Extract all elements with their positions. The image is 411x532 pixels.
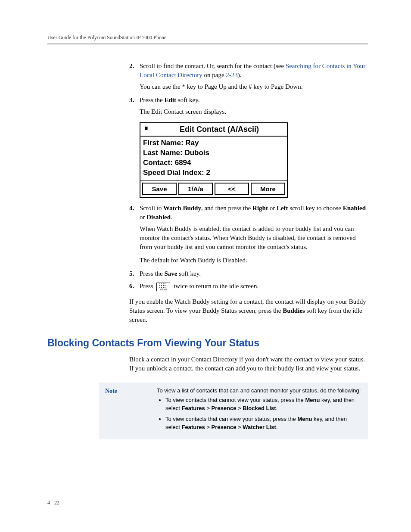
body-column: 2. Scroll to find the contact. Or, searc…	[129, 62, 368, 324]
text: or	[268, 205, 277, 212]
bold: Right	[252, 205, 268, 212]
softkey-name: Edit	[165, 96, 177, 103]
text: on page	[202, 72, 226, 78]
screenshot-title: Edit Contact (A/Ascii)	[153, 124, 285, 135]
softkey-save[interactable]: Save	[142, 183, 177, 195]
note-body: To view a list of contacts that can and …	[157, 387, 362, 434]
step-4-default: The default for Watch Buddy is Disabled.	[140, 256, 368, 265]
text: .	[171, 214, 172, 221]
screenshot-titlebar: Edit Contact (A/Ascii)	[140, 123, 287, 137]
field-last-name: Last Name Dubois	[143, 148, 284, 158]
step-number: 2.	[129, 62, 140, 80]
running-header: User Guide for the Polycom SoundStation …	[47, 34, 368, 41]
text: soft key.	[176, 96, 199, 103]
screenshot-softkeys: Save 1/A/a << More	[140, 180, 287, 197]
step-text: Scroll to find the contact. Or, search f…	[140, 62, 368, 80]
text: Scroll to	[140, 205, 163, 212]
text: Press the	[140, 270, 165, 277]
text: Scroll to find the contact. Or, search f…	[140, 62, 286, 69]
step-6: 6. Press MENU twice to return to the idl…	[129, 282, 368, 291]
page: User Guide for the Polycom SoundStation …	[0, 0, 411, 532]
step-text: Press the Save soft key.	[140, 269, 368, 278]
text: To view contacts that cannot view your s…	[165, 397, 305, 403]
text: To view contacts that can view your stat…	[165, 416, 297, 422]
step-text: Press MENU twice to return to the idle s…	[140, 282, 368, 291]
field-value: 6894	[175, 159, 191, 167]
note-block: Note To view a list of contacts that can…	[99, 383, 368, 439]
field-first-name: First Name Ray	[143, 138, 284, 148]
softkey-inputmode[interactable]: 1/A/a	[178, 183, 213, 195]
step-text: Press the Edit soft key.	[140, 96, 368, 105]
section-heading-blocking: Blocking Contacts From Viewing Your Stat…	[47, 337, 368, 349]
field-value: Dubois	[184, 149, 209, 157]
step-5: 5. Press the Save soft key.	[129, 269, 368, 278]
step-3-result: The Edit Contact screen displays.	[140, 107, 368, 116]
field-label: Contact	[143, 159, 173, 167]
note-label: Note	[105, 387, 157, 434]
text: >	[236, 405, 243, 411]
field-label: Last Name	[143, 149, 183, 157]
bold: Disabled	[146, 214, 171, 221]
step-4-explain: When Watch Buddy is enabled, the contact…	[140, 224, 368, 252]
text: , and then press the	[201, 205, 252, 212]
note-bullets: To view contacts that cannot view your s…	[157, 396, 362, 431]
softkey-back[interactable]: <<	[215, 183, 249, 195]
bold: Blocked List	[243, 405, 276, 411]
text: or	[140, 214, 146, 221]
field-contact: Contact 6894	[143, 158, 284, 168]
softkey-name: Buddies	[283, 307, 305, 314]
bold: Left	[277, 205, 288, 212]
page-number: 4 - 22	[47, 500, 59, 506]
text: Press the	[140, 96, 165, 103]
bold: Watcher List	[243, 424, 276, 430]
step-2-note: You can use the * key to Page Up and the…	[140, 82, 368, 91]
bold: Presence	[212, 424, 237, 430]
step-number: 6.	[129, 282, 140, 291]
bold: Enabled	[343, 205, 366, 212]
text: .	[276, 405, 278, 411]
phone-screenshot: Edit Contact (A/Ascii) First Name Ray La…	[140, 122, 288, 198]
softkey-more[interactable]: More	[251, 183, 285, 195]
xref-page-2-23[interactable]: 2-23	[226, 72, 238, 78]
note-bullet-1: To view contacts that cannot view your s…	[165, 396, 362, 413]
step-2: 2. Scroll to find the contact. Or, searc…	[129, 62, 368, 80]
text: >	[205, 424, 212, 430]
field-label: First Name	[143, 139, 184, 147]
bold: Features	[182, 424, 205, 430]
field-value: Ray	[185, 139, 199, 147]
bold: Menu	[305, 397, 320, 403]
field-speed-dial: Speed Dial Index 2	[143, 168, 284, 178]
text: scroll key to choose	[288, 205, 343, 212]
text: >	[236, 424, 243, 430]
bold: Menu	[297, 416, 312, 422]
closing-paragraph: If you enable the Watch Buddy setting fo…	[129, 297, 368, 324]
bold: Features	[182, 405, 205, 411]
bold: Presence	[212, 405, 237, 411]
text: .	[276, 424, 278, 430]
field-value: 2	[206, 168, 210, 177]
note-lead: To view a list of contacts that can and …	[157, 387, 362, 395]
step-3: 3. Press the Edit soft key.	[129, 96, 368, 105]
text: Press	[140, 283, 155, 289]
field-label: Speed Dial Index	[143, 168, 204, 177]
step-text: Scroll to Watch Buddy, and then press th…	[140, 204, 368, 222]
step-number: 5.	[129, 269, 140, 278]
phone-icon	[142, 125, 152, 134]
text: ).	[238, 72, 242, 78]
text: >	[205, 405, 212, 411]
section-intro: Block a contact in your Contact Director…	[129, 355, 368, 373]
screenshot-fields: First Name Ray Last Name Dubois Contact …	[140, 137, 287, 180]
menu-key-icon: MENU	[156, 283, 170, 291]
step-4: 4. Scroll to Watch Buddy, and then press…	[129, 204, 368, 222]
bold: Watch Buddy	[163, 205, 201, 212]
note-bullet-2: To view contacts that can view your stat…	[165, 415, 362, 432]
text: soft key.	[177, 270, 201, 277]
step-number: 4.	[129, 204, 140, 222]
step-number: 3.	[129, 96, 140, 105]
softkey-name: Save	[165, 270, 177, 277]
text: twice to return to the idle screen.	[172, 283, 258, 289]
header-rule	[47, 44, 368, 44]
